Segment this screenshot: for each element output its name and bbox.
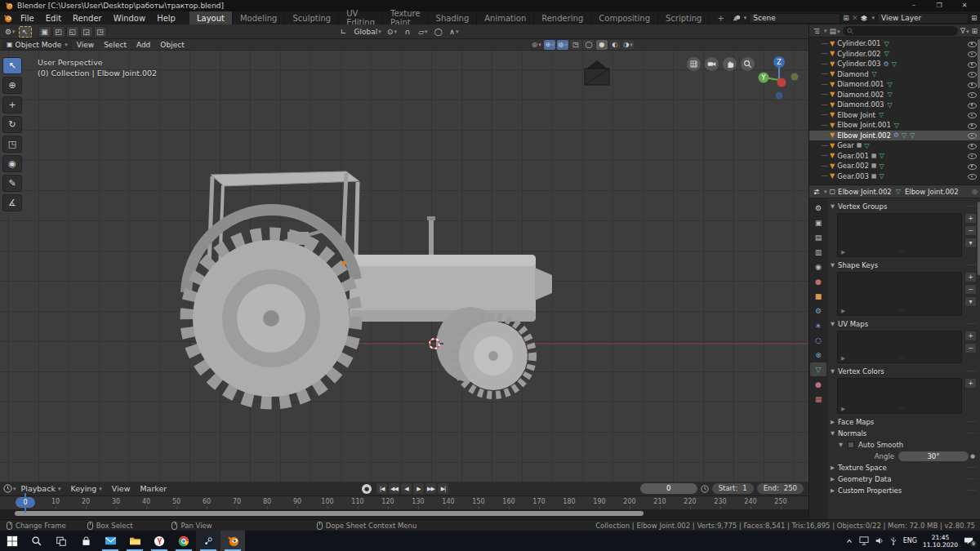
- shading-wireframe-icon[interactable]: ◯: [583, 40, 595, 50]
- yandex-app[interactable]: [147, 531, 172, 551]
- hide-in-viewport-icon[interactable]: [968, 122, 976, 129]
- gizmo-toggle-icon[interactable]: ⊕▾: [544, 40, 555, 50]
- view-layer-dropdown[interactable]: ▾: [871, 15, 875, 21]
- add-workspace-tab[interactable]: +: [710, 13, 732, 24]
- play-reverse-button[interactable]: ◀: [401, 483, 412, 494]
- properties-tab-texture[interactable]: ▦: [810, 392, 826, 406]
- add-button[interactable]: +: [964, 213, 977, 224]
- timeline-menu-marker[interactable]: Marker: [135, 484, 172, 493]
- properties-tab-output[interactable]: ▤: [810, 230, 826, 244]
- frame-end-field[interactable]: End:250: [757, 483, 804, 494]
- properties-tab-view-layer[interactable]: ▥: [810, 245, 826, 259]
- task-view-button[interactable]: [49, 531, 74, 551]
- viewport-menu-object[interactable]: Object: [155, 41, 189, 49]
- list-expand-icon[interactable]: ▶: [841, 355, 845, 362]
- mail-app[interactable]: [98, 531, 122, 551]
- hide-in-viewport-icon[interactable]: [968, 81, 976, 88]
- outliner-item[interactable]: ▼Gear.003▦▽: [809, 171, 980, 182]
- add-button[interactable]: +: [964, 378, 977, 389]
- workspace-tab-modeling[interactable]: Modeling: [233, 11, 286, 24]
- snap-magnet-icon[interactable]: ∩: [401, 26, 414, 38]
- snap-target-icon[interactable]: ▱▾: [416, 26, 430, 38]
- hide-in-viewport-icon[interactable]: [968, 60, 976, 68]
- remove-button[interactable]: −: [964, 343, 977, 353]
- outliner-item[interactable]: ▼Cylinder.001▽: [809, 38, 980, 49]
- hide-in-viewport-icon[interactable]: [968, 70, 976, 78]
- store-app[interactable]: [74, 531, 98, 551]
- panel-header-face-maps[interactable]: ▶Face Maps····: [831, 416, 977, 428]
- hide-in-viewport-icon[interactable]: [968, 50, 976, 57]
- tool-measure[interactable]: ∡: [2, 194, 22, 211]
- hide-in-viewport-icon[interactable]: [968, 152, 976, 159]
- chrome-app[interactable]: [172, 531, 196, 551]
- timeline-menu-view[interactable]: View: [107, 484, 136, 493]
- list-expand-icon[interactable]: ▶: [841, 249, 845, 256]
- vertex-colors-list[interactable]: ▶····: [837, 378, 962, 414]
- add-button[interactable]: +: [964, 331, 977, 341]
- menu-window[interactable]: Window: [108, 14, 151, 23]
- select-mode-icon-2[interactable]: ◱: [66, 26, 79, 38]
- viewport-3d[interactable]: User Perspective (0) Collection | Elbow …: [0, 51, 808, 482]
- orientation-selector[interactable]: Global▾: [353, 26, 383, 38]
- panel-header-shape-keys[interactable]: ▼Shape Keys····: [831, 260, 977, 271]
- workspace-tab-rendering[interactable]: Rendering: [534, 11, 591, 24]
- new-collection-icon[interactable]: ⊞: [971, 27, 978, 35]
- auto-keying-button[interactable]: ●: [362, 484, 372, 494]
- auto-smooth-checkbox[interactable]: [848, 442, 854, 448]
- explorer-app[interactable]: [122, 531, 147, 551]
- notification-center-icon[interactable]: 9: [964, 536, 973, 545]
- list-expand-icon[interactable]: ▶: [841, 308, 845, 314]
- remove-button[interactable]: −: [964, 225, 977, 236]
- outliner-editor-dropdown[interactable]: ▾: [824, 28, 827, 34]
- hide-in-viewport-icon[interactable]: [968, 111, 976, 118]
- prev-keyframe-button[interactable]: ◀◀: [389, 483, 399, 494]
- breadcrumb-data-name[interactable]: Elbow Joint.002: [905, 188, 959, 196]
- panel-header-custom-properties[interactable]: ▶Custom Properties····: [831, 485, 977, 496]
- navigation-gizmo[interactable]: Z Y: [753, 52, 805, 104]
- properties-editor-dropdown[interactable]: ▾: [824, 189, 827, 195]
- workspace-tab-scripting[interactable]: Scripting: [658, 11, 710, 24]
- outliner-item[interactable]: ▼Cylinder.003⚙▽: [809, 59, 980, 69]
- minimize-button[interactable]: –: [903, 0, 924, 11]
- pin-icon[interactable]: ◎: [972, 188, 978, 195]
- tray-chevron-icon[interactable]: [845, 537, 853, 545]
- menu-edit[interactable]: Edit: [40, 14, 67, 23]
- jump-to-end-button[interactable]: ▶|: [438, 483, 448, 494]
- breadcrumb-object-name[interactable]: Elbow Joint.002: [838, 188, 892, 196]
- tool-scale[interactable]: ◳: [2, 136, 22, 153]
- workspace-tab-layout[interactable]: Layout: [189, 11, 233, 24]
- new-view-layer-icon[interactable]: ⊞: [971, 14, 978, 22]
- hide-in-viewport-icon[interactable]: [968, 162, 976, 170]
- start-button[interactable]: [0, 531, 24, 551]
- list-expand-icon[interactable]: ▶: [841, 406, 845, 412]
- workspace-tab-animation[interactable]: Animation: [477, 11, 534, 24]
- properties-tab-object-data[interactable]: ▽: [810, 362, 826, 376]
- search-button[interactable]: [24, 531, 49, 551]
- panel-header-geometry-data[interactable]: ▶Geometry Data····: [831, 473, 977, 485]
- outliner-item[interactable]: ▼Elbow Joint.002⚙▽▽: [809, 131, 980, 141]
- panel-header-uv-maps[interactable]: ▼UV Maps····: [831, 318, 977, 330]
- properties-tab-modifiers[interactable]: ⚙: [810, 304, 826, 318]
- outliner-item[interactable]: ▼Elbow Joint▽: [809, 110, 980, 121]
- shading-material-icon[interactable]: ◐: [609, 40, 621, 50]
- menu-help[interactable]: Help: [151, 14, 181, 23]
- shading-solid-icon[interactable]: ●: [596, 40, 608, 50]
- hide-in-viewport-icon[interactable]: [968, 172, 976, 180]
- tool-move[interactable]: +: [2, 96, 22, 113]
- properties-tab-tool[interactable]: ⚙: [810, 201, 826, 215]
- workspace-tab-texture-paint[interactable]: Texture Paint: [383, 11, 429, 24]
- properties-tab-constraints[interactable]: ⊗: [810, 348, 826, 362]
- speaker-icon[interactable]: [875, 536, 884, 545]
- select-mode-icon-1[interactable]: ◰: [52, 26, 65, 38]
- outliner-item[interactable]: ▼Diamond.002▽: [809, 90, 980, 100]
- outliner-editor-icon[interactable]: [813, 27, 821, 35]
- close-button[interactable]: ✕: [954, 0, 975, 11]
- current-frame-indicator[interactable]: 0: [16, 497, 35, 508]
- viewport-menu-add[interactable]: Add: [131, 41, 155, 49]
- object-visibility-icon[interactable]: ◎▾: [531, 40, 542, 50]
- outliner-item[interactable]: ▼Gear▦▽: [809, 140, 980, 151]
- network-icon[interactable]: [859, 536, 869, 545]
- panel-header-vertex-groups[interactable]: ▼Vertex Groups····: [831, 201, 977, 212]
- outliner-item[interactable]: ▼Gear.001▦▽: [809, 151, 980, 162]
- clock[interactable]: 21:45 11.10.2020: [923, 534, 958, 549]
